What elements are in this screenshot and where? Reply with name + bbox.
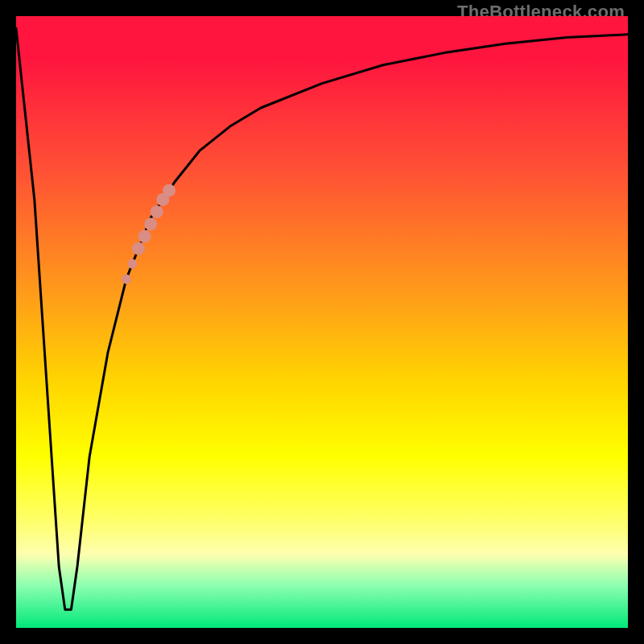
highlight-dot xyxy=(138,230,151,243)
plot-area xyxy=(16,16,628,628)
chart-container: TheBottleneck.com xyxy=(0,0,644,644)
highlight-dot xyxy=(144,217,157,230)
highlight-dot xyxy=(151,205,163,218)
highlight-dot xyxy=(122,275,131,284)
highlight-dot xyxy=(127,259,137,269)
highlight-dot xyxy=(132,242,145,255)
highlight-dot xyxy=(163,184,175,197)
curve-layer xyxy=(16,16,628,628)
bottleneck-curve xyxy=(16,28,628,609)
